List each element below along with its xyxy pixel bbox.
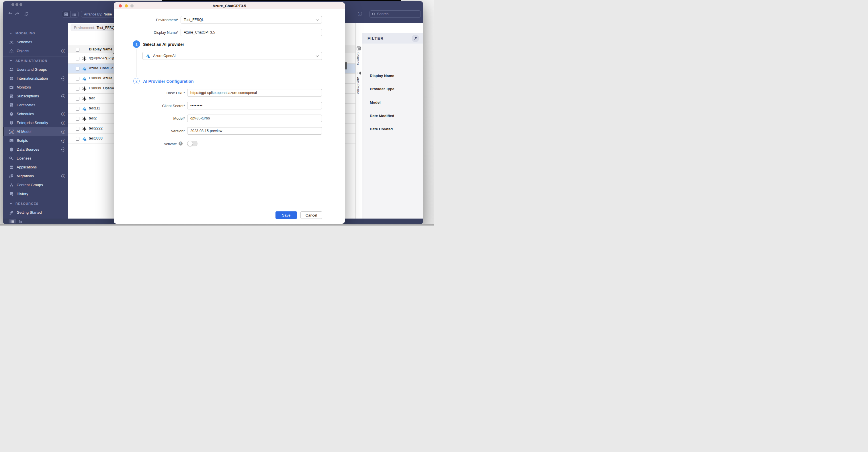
key-icon (9, 156, 14, 161)
window-minimize-button[interactable] (16, 3, 18, 6)
sidebar: MODELING Schemas Objects + ADMINISTRATIO… (3, 23, 68, 219)
filter-body: Display Name Provider Type Model Date Mo… (362, 43, 423, 219)
tree-mode-button[interactable] (18, 219, 24, 223)
row-checkbox[interactable] (76, 127, 80, 131)
grid-view-button[interactable] (62, 11, 70, 17)
azure-icon (82, 76, 87, 81)
list-view-button[interactable] (70, 11, 79, 17)
sidebar-item-scripts[interactable]: Scripts + (3, 136, 68, 145)
ai-provider-select[interactable]: Azure OpenAI (143, 52, 322, 60)
filter-item-date-modified[interactable]: Date Modified (370, 114, 394, 118)
window-close-button[interactable] (11, 3, 14, 6)
sidebar-item-schemas[interactable]: Schemas (3, 37, 68, 46)
tab-columns[interactable]: Columns (356, 53, 360, 65)
modal-titlebar: Azure_ChatGPT3.5 (114, 2, 345, 9)
pin-icon (413, 36, 417, 40)
select-all-checkbox[interactable] (76, 48, 80, 52)
desktop-edge (0, 224, 434, 226)
columns-icon[interactable] (356, 46, 361, 51)
sidebar-item-licenses[interactable]: Licenses (3, 154, 68, 163)
collapse-triangle-icon (10, 203, 12, 204)
model-input[interactable] (187, 115, 322, 122)
add-internationalization-button[interactable]: + (61, 76, 65, 80)
collapse-triangle-icon (10, 60, 12, 62)
info-icon[interactable]: i (358, 12, 362, 16)
sidebar-section-resources[interactable]: RESOURCES (3, 199, 68, 208)
base-url-input[interactable] (187, 89, 322, 97)
save-button[interactable]: Save (276, 212, 297, 219)
add-data-source-button[interactable]: + (61, 148, 65, 152)
sidebar-item-users-and-groups[interactable]: Users and Groups (3, 65, 68, 74)
ai-model-icon: AI (9, 129, 14, 134)
tab-auto-resize[interactable]: Auto Resize (356, 77, 360, 94)
openai-icon (82, 96, 87, 101)
row-checkbox[interactable] (76, 57, 80, 60)
chevron-down-icon (316, 54, 319, 57)
svg-text:AI: AI (10, 131, 12, 133)
sidebar-item-migrations[interactable]: Migrations + (3, 171, 68, 181)
activate-toggle[interactable] (187, 141, 197, 147)
undo-icon[interactable] (8, 11, 13, 17)
filter-item-provider-type[interactable]: Provider Type (370, 87, 395, 91)
sidebar-item-content-groups[interactable]: Content Groups (3, 181, 68, 189)
sidebar-item-internationalization[interactable]: Internationalization + (3, 74, 68, 83)
sidebar-item-enterprise-security[interactable]: Enterprise Security + (3, 118, 68, 127)
sidebar-item-objects[interactable]: Objects + (3, 46, 68, 55)
sidebar-section-administration[interactable]: ADMINISTRATION (3, 57, 68, 65)
add-migration-button[interactable]: + (61, 174, 65, 178)
version-input[interactable] (187, 127, 322, 135)
sidebar-item-history[interactable]: History (3, 189, 68, 198)
search-box[interactable] (370, 10, 421, 18)
content-groups-icon (9, 183, 14, 187)
filter-item-display-name[interactable]: Display Name (370, 74, 394, 78)
add-ai-model-button[interactable]: + (61, 130, 65, 134)
auto-resize-icon[interactable] (356, 71, 361, 76)
azure-icon (82, 106, 87, 111)
display-name-input[interactable] (181, 29, 322, 36)
filter-item-date-created[interactable]: Date Created (370, 127, 393, 131)
list-mode-button[interactable] (9, 219, 16, 223)
sidebar-item-getting-started[interactable]: Getting Started (3, 208, 68, 217)
sidebar-item-data-sources[interactable]: Data Sources + (3, 145, 68, 154)
row-checkbox[interactable] (76, 107, 80, 110)
sidebar-item-monitors[interactable]: Monitors (3, 83, 68, 92)
add-schedule-button[interactable]: + (61, 112, 65, 116)
view-toggle (62, 11, 79, 18)
sidebar-item-subscriptions[interactable]: Subscriptions + (3, 92, 68, 101)
sidebar-item-certificates[interactable]: Certificates (3, 101, 68, 109)
row-checkbox[interactable] (76, 117, 80, 121)
client-secret-input[interactable] (187, 102, 322, 109)
chevron-down-icon (316, 18, 319, 21)
sidebar-item-ai-model[interactable]: AI AI Model + (3, 127, 68, 136)
openai-icon (82, 116, 87, 121)
sidebar-section-modeling[interactable]: MODELING (3, 29, 68, 37)
base-url-label: Base URL* (136, 91, 185, 95)
filter-item-model[interactable]: Model (370, 100, 381, 104)
side-tab-strip: Columns Auto Resize (355, 23, 362, 219)
scrollbar-thumb[interactable] (345, 62, 347, 70)
row-checkbox[interactable] (76, 137, 80, 141)
add-object-button[interactable]: + (61, 49, 65, 53)
add-enterprise-security-button[interactable]: + (61, 121, 65, 125)
environment-select[interactable]: Test_FFSQL (181, 16, 322, 24)
cancel-button[interactable]: Cancel (301, 212, 322, 219)
row-checkbox[interactable] (76, 97, 80, 101)
activate-info-icon[interactable]: i (179, 141, 183, 146)
azure-icon (82, 136, 87, 141)
column-header-display-name[interactable]: Display Name (89, 47, 112, 51)
sidebar-item-applications[interactable]: Applications (3, 163, 68, 171)
database-icon (9, 147, 14, 152)
row-checkbox[interactable] (76, 77, 80, 80)
search-input[interactable] (377, 12, 418, 16)
redo-icon[interactable] (14, 11, 20, 17)
window-zoom-button[interactable] (20, 3, 22, 6)
add-script-button[interactable]: + (61, 139, 65, 143)
environment-filter-chip[interactable]: Environment: Test_FFSQL (70, 24, 120, 31)
add-subscription-button[interactable]: + (61, 94, 65, 98)
monitor-icon (9, 85, 14, 90)
row-checkbox[interactable] (76, 67, 80, 70)
sidebar-item-schedules[interactable]: Schedules + (3, 109, 68, 118)
pin-button[interactable] (412, 35, 419, 42)
row-checkbox[interactable] (76, 87, 80, 91)
refresh-icon[interactable] (24, 11, 29, 17)
